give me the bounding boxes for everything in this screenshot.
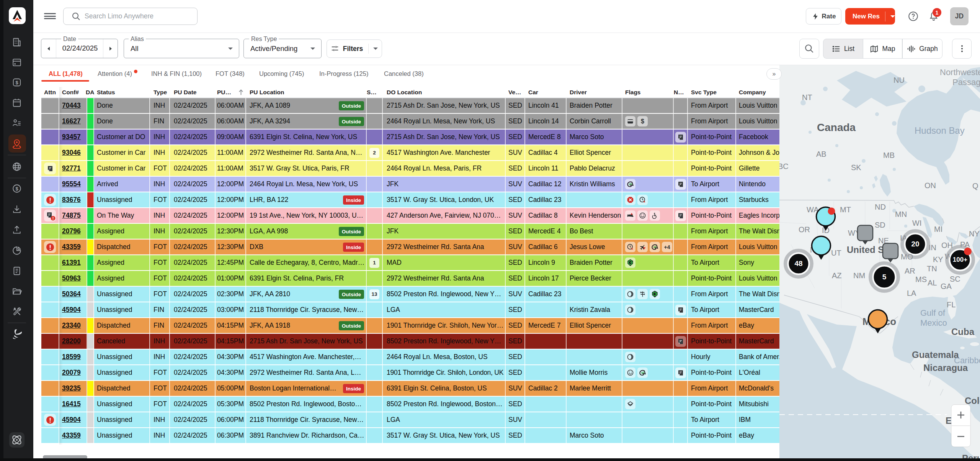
svg-text:Passages: Passages (952, 77, 980, 87)
svg-text:UT: UT (831, 249, 841, 257)
svg-text:Mexico: Mexico (920, 318, 947, 328)
svg-text:Q: Q (972, 182, 978, 190)
svg-text:MB: MB (883, 151, 895, 159)
svg-text:MT: MT (840, 205, 851, 214)
svg-text:NY: NY (969, 230, 980, 238)
svg-text:KY: KY (933, 255, 943, 264)
svg-text:AR: AR (905, 267, 915, 275)
svg-text:Canada: Canada (817, 121, 856, 133)
svg-text:Gulf of: Gulf of (920, 308, 946, 318)
svg-text:WI: WI (912, 219, 921, 227)
svg-text:FL: FL (947, 300, 956, 309)
svg-text:5: 5 (882, 273, 887, 281)
svg-text:20: 20 (911, 240, 919, 248)
svg-text:Guatemala: Guatemala (912, 349, 959, 360)
svg-text:AB: AB (816, 150, 826, 158)
svg-text:$: $ (15, 80, 18, 85)
svg-text:ND: ND (875, 203, 886, 211)
svg-text:OR: OR (799, 225, 810, 234)
svg-text:NU: NU (893, 76, 905, 84)
svg-text:MI: MI (934, 225, 942, 233)
svg-text:Colo: Colo (965, 395, 980, 406)
svg-text:Hudson Bay: Hudson Bay (915, 125, 965, 136)
svg-text:48: 48 (794, 259, 802, 267)
svg-text:GA: GA (941, 282, 952, 290)
svg-text:Northwestern: Northwestern (940, 67, 980, 77)
svg-text:MN: MN (895, 210, 907, 218)
svg-text:SC: SC (950, 275, 960, 283)
svg-text:NT: NT (802, 93, 812, 102)
svg-text:Cuba: Cuba (951, 326, 975, 337)
svg-text:BC: BC (779, 162, 789, 171)
svg-text:SK: SK (851, 163, 861, 172)
svg-text:Caribbean: Caribbean (954, 356, 980, 365)
svg-text:LA: LA (907, 289, 916, 297)
svg-text:100+: 100+ (953, 256, 967, 263)
svg-text:NM: NM (853, 271, 865, 280)
svg-text:AL: AL (928, 279, 937, 287)
svg-text:ON: ON (924, 181, 936, 190)
svg-text:SD: SD (875, 221, 885, 229)
svg-text:AZ: AZ (832, 271, 842, 280)
svg-text:MS: MS (915, 275, 927, 284)
svg-text:$: $ (15, 186, 18, 192)
svg-text:TN: TN (927, 264, 937, 273)
